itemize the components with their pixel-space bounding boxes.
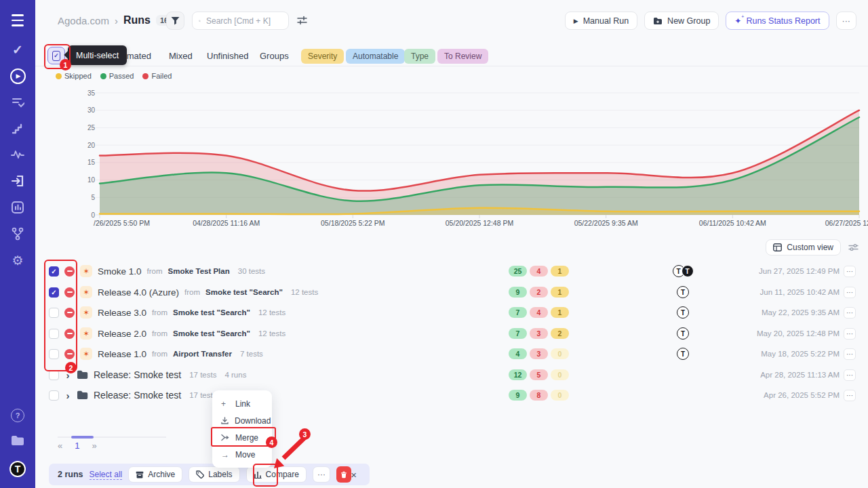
table-row-group[interactable]: › Release: Smoke test 17 tests 7 runs 9 …	[49, 385, 856, 405]
tab-unfinished[interactable]: Unfinished	[207, 51, 248, 61]
filter-pill-automatable[interactable]: Automatable	[346, 49, 405, 64]
new-group-label: New Group	[667, 16, 710, 26]
run-date: May 20, 2025 12:48 PM	[757, 329, 840, 338]
projects-folder-icon[interactable]	[0, 434, 35, 447]
x-axis-tick-label: 06/11/2025 10:42 AM	[699, 219, 766, 227]
group-date: Apr 28, 2025 11:13 AM	[760, 371, 840, 379]
result-badges: 12 5 0	[509, 369, 569, 380]
run-source[interactable]: Smoke test "Search"	[173, 329, 250, 338]
search-box[interactable]	[192, 12, 289, 30]
menu-item-download[interactable]: Download	[212, 412, 272, 429]
run-name[interactable]: Release 1.0	[98, 349, 146, 359]
row-more-button[interactable]: ···	[844, 307, 856, 319]
reports-chart-icon[interactable]	[0, 200, 35, 215]
row-checkbox[interactable]	[49, 349, 59, 359]
bulk-more-button[interactable]: ···	[313, 466, 330, 483]
y-axis-tick-label: 35	[87, 89, 96, 97]
import-icon[interactable]	[0, 174, 35, 188]
table-row-group[interactable]: › Release: Smoke test 17 tests 4 runs 12…	[49, 365, 856, 385]
row-more-button[interactable]: ···	[844, 348, 856, 360]
compare-button[interactable]: Compare	[246, 466, 307, 483]
menu-item-move[interactable]: → Move	[212, 446, 272, 463]
skipped-badge: 1	[551, 307, 569, 318]
legend-passed: Passed	[100, 72, 134, 80]
failed-badge: 2	[530, 287, 548, 298]
bulk-action-bar: 2 runs Select all Archive Labels Compare…	[49, 464, 370, 485]
pagination-prev[interactable]: «	[58, 441, 62, 451]
table-row[interactable]: ✓ ✶ Release 4.0 (Azure) from Smoke test …	[49, 282, 856, 302]
manual-run-label: Manual Run	[583, 16, 629, 26]
tests-check-icon[interactable]: ✓	[0, 42, 35, 57]
table-row[interactable]: ✓ ✶ Smoke 1.0 from Smoke Test Plan 30 te…	[49, 261, 856, 281]
search-input[interactable]	[205, 16, 282, 26]
row-checkbox[interactable]	[49, 329, 59, 339]
new-group-button[interactable]: New Group	[644, 12, 719, 30]
help-icon[interactable]: ?	[0, 409, 35, 422]
run-name[interactable]: Smoke 1.0	[98, 266, 142, 277]
skipped-dot-icon	[56, 73, 62, 79]
row-more-button[interactable]: ···	[844, 266, 856, 277]
row-checkbox[interactable]: ✓	[49, 287, 59, 298]
row-more-button[interactable]: ···	[844, 328, 856, 340]
group-name[interactable]: Release: Smoke test	[94, 369, 181, 380]
compare-chart-icon	[254, 471, 262, 479]
custom-view-button[interactable]: Custom view	[766, 239, 841, 256]
run-name[interactable]: Release 4.0 (Azure)	[98, 287, 179, 298]
milestones-steps-icon[interactable]	[0, 122, 35, 136]
runs-play-icon[interactable]: ▶	[0, 68, 35, 84]
row-checkbox[interactable]	[49, 308, 59, 318]
row-more-button[interactable]: ···	[844, 390, 856, 401]
list-settings-sliders-icon[interactable]	[848, 243, 859, 255]
filter-pill-severity[interactable]: Severity	[301, 49, 344, 64]
merge-icon	[221, 434, 229, 441]
runs-status-report-button[interactable]: ✦+ Runs Status Report	[726, 12, 829, 30]
runs-trend-chart: 05101520253035/26/2025 5:50 PM04/28/2025…	[84, 85, 868, 231]
branches-icon[interactable]	[0, 226, 35, 241]
passed-badge: 25	[509, 266, 527, 277]
group-date: Apr 26, 2025 5:52 PM	[764, 391, 840, 399]
table-row[interactable]: ✶ Release 3.0 from Smoke test "Search" 1…	[49, 302, 856, 323]
row-more-button[interactable]: ···	[844, 287, 856, 298]
list-scrollbar-thumb[interactable]	[71, 436, 94, 439]
filter-sliders-icon[interactable]	[297, 16, 307, 28]
expand-chevron-icon[interactable]: ›	[64, 390, 71, 401]
header-more-button[interactable]: ···	[836, 12, 857, 30]
test-plans-icon[interactable]	[0, 96, 35, 109]
activity-pulse-icon[interactable]	[0, 148, 35, 161]
select-all-link[interactable]: Select all	[90, 470, 123, 480]
filter-funnel-button[interactable]	[166, 12, 184, 30]
row-more-button[interactable]: ···	[844, 369, 856, 381]
table-row[interactable]: ✶ Release 1.0 from Airport Transfer 7 te…	[49, 344, 856, 364]
tab-groups[interactable]: Groups	[260, 51, 289, 61]
avatar: T	[677, 286, 689, 298]
workspace-logo-avatar[interactable]: T	[0, 461, 35, 477]
row-checkbox[interactable]	[49, 390, 59, 401]
pagination-next[interactable]: »	[92, 441, 96, 451]
settings-gear-icon[interactable]: ⚙	[0, 253, 35, 268]
run-source[interactable]: Smoke test "Search"	[173, 308, 250, 317]
menu-item-link[interactable]: + Link	[212, 395, 272, 412]
run-source[interactable]: Smoke test "Search"	[205, 288, 283, 296]
group-name[interactable]: Release: Smoke test	[94, 390, 181, 401]
table-row[interactable]: ✶ Release 2.0 from Smoke test "Search" 1…	[49, 323, 856, 344]
filter-pill-type[interactable]: Type	[404, 49, 435, 64]
run-name[interactable]: Release 3.0	[98, 308, 146, 318]
row-checkbox[interactable]: ✓	[49, 266, 59, 277]
failed-badge: 3	[530, 328, 548, 339]
run-from-label: from	[152, 329, 167, 338]
menu-hamburger-icon[interactable]	[0, 13, 35, 28]
filter-pill-to-review[interactable]: To Review	[437, 49, 488, 64]
tab-mixed[interactable]: Mixed	[169, 51, 193, 61]
group-test-count: 17 tests	[189, 371, 216, 379]
run-name[interactable]: Release 2.0	[98, 329, 146, 339]
menu-item-merge[interactable]: Merge	[212, 429, 272, 446]
close-icon[interactable]: ×	[347, 468, 361, 481]
run-source[interactable]: Airport Transfer	[173, 350, 232, 358]
labels-button[interactable]: Labels	[189, 466, 239, 483]
pagination-page-1[interactable]: 1	[75, 441, 79, 451]
row-checkbox[interactable]	[49, 370, 59, 380]
run-source[interactable]: Smoke Test Plan	[168, 267, 230, 275]
manual-run-button[interactable]: ▶ Manual Run	[565, 12, 637, 30]
breadcrumb-project[interactable]: Agoda.com	[58, 15, 109, 26]
archive-button[interactable]: Archive	[128, 466, 182, 483]
